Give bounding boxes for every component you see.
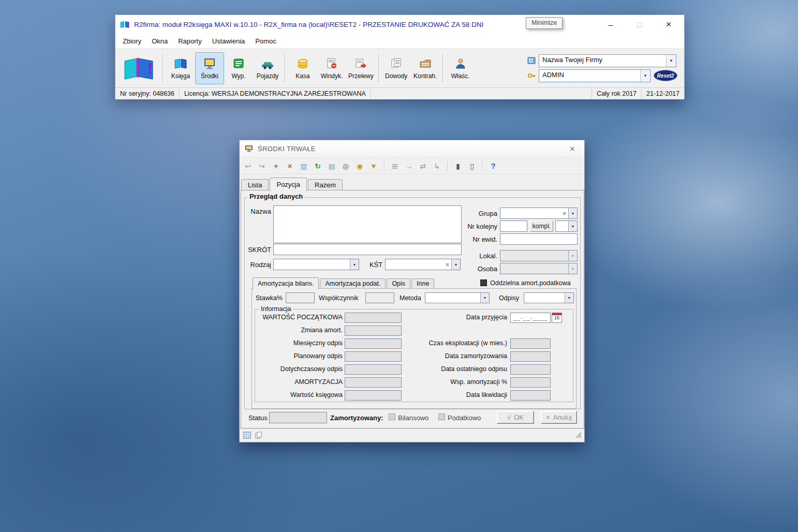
toolbar-button-label: Dowody (385, 72, 407, 80)
informacja-title: Informacja (259, 305, 293, 313)
chevron-down-icon[interactable]: ▼ (568, 221, 577, 231)
oddzielna-amort-checkbox[interactable] (480, 279, 487, 286)
bilansowo-checkbox[interactable] (389, 413, 395, 420)
data-zamortyzowania-label: Data zamortyzowania (410, 352, 507, 360)
refresh-icon[interactable]: ↻ (313, 161, 322, 171)
chevron-down-icon[interactable]: ▼ (640, 70, 650, 82)
wartosc-poczatkowa-value (345, 313, 402, 323)
toolbar-button-kasa[interactable]: Kasa (288, 52, 317, 84)
tab-lista[interactable]: Lista (241, 179, 269, 190)
lokal-label: Lokal. (459, 252, 497, 260)
svg-text:!: ! (127, 21, 129, 27)
ksiega-icon (174, 57, 188, 71)
resize-grip[interactable] (575, 432, 582, 438)
odpisy-select[interactable]: ▼ (524, 292, 574, 303)
chevron-down-icon[interactable]: ▼ (568, 250, 577, 261)
skrot-label: SKRÓT (245, 246, 271, 254)
metoda-select-value (425, 293, 480, 303)
search-icon[interactable]: ◎ (341, 161, 350, 171)
menu-ustawienia[interactable]: Ustawienia (207, 35, 250, 48)
menu-pomoc[interactable]: Pomoc (250, 35, 281, 48)
kompl-button[interactable]: kompl. (530, 220, 553, 232)
kst-select-value (386, 259, 444, 270)
copy-book-icon[interactable]: ▯ (467, 161, 477, 171)
kompl-select[interactable]: ▼ (555, 220, 578, 232)
nazwa-input[interactable] (273, 205, 462, 243)
help-icon[interactable]: ? (489, 161, 498, 171)
maximize-button[interactable] (625, 15, 654, 34)
move-icon[interactable]: ↳ (432, 161, 441, 171)
menu-icon[interactable]: ≡ (560, 208, 568, 218)
zmiana-amort-label: Zmiana amort. (257, 327, 343, 334)
chevron-down-icon[interactable]: ▼ (350, 259, 359, 270)
menu-zbiory[interactable]: Zbiory (117, 35, 146, 48)
wspolczynnik-input[interactable] (365, 292, 394, 303)
search-options-icon[interactable]: ◉ (355, 161, 364, 171)
data-przyjecia-input[interactable]: __-__-____ (510, 313, 551, 323)
copy-record-icon[interactable]: ▥ (299, 161, 308, 171)
metoda-select[interactable]: ▼ (425, 292, 490, 303)
nav-back-icon[interactable]: ↩ (243, 161, 253, 171)
menu-raporty[interactable]: Raporty (173, 35, 207, 48)
nav-forward-icon[interactable]: ↪ (257, 161, 267, 171)
book-icon[interactable]: ▮ (453, 161, 463, 171)
tab-pozycja[interactable]: Pozycja (270, 178, 307, 191)
toolbar-button-dowody[interactable]: Dowody (382, 52, 411, 84)
delete-record-icon[interactable]: × (285, 161, 294, 171)
transfer-icon[interactable]: ⇄ (418, 161, 427, 171)
toolbar-button-srodki[interactable]: Środki (195, 52, 224, 84)
chevron-down-icon[interactable]: ▼ (480, 293, 489, 303)
send-icon[interactable]: → (404, 161, 413, 171)
company-select[interactable]: Nazwa Twojej Firmy ▼ (539, 54, 676, 67)
print-icon[interactable]: ▤ (327, 161, 336, 171)
user-select[interactable]: ADMIN ▼ (539, 69, 651, 82)
toolbar-button-windyk[interactable]: Windyk. (317, 52, 346, 84)
add-record-icon[interactable]: + (271, 161, 280, 171)
grid-view-icon[interactable] (243, 432, 251, 439)
export-icon[interactable]: ⊞ (390, 161, 400, 171)
toolbar-button-label: Windyk. (321, 72, 343, 80)
skrot-input[interactable] (273, 244, 462, 255)
nr-kolejny-input[interactable] (500, 220, 527, 232)
osoba-select[interactable]: ▼ (500, 263, 578, 274)
rodzaj-select[interactable]: ▼ (273, 259, 359, 270)
toolbar-button-wyp[interactable]: Wyp. (224, 52, 253, 84)
toolbar-button-kontrah[interactable]: Kontrah. (411, 52, 440, 84)
tab-opis[interactable]: Opis (387, 278, 410, 289)
toolbar-button-ksiega[interactable]: Księga (166, 52, 195, 84)
tab-inne[interactable]: Inne (411, 278, 434, 289)
kst-select[interactable]: ≡ ▼ (385, 259, 461, 270)
filter-icon[interactable]: ▼ (369, 161, 378, 171)
tab-amortyzacja-podat[interactable]: Amortyzacja podat. (320, 278, 386, 289)
chevron-down-icon[interactable]: ▼ (565, 293, 573, 303)
nr-ewid-input[interactable] (500, 233, 578, 245)
toolbar-button-pojazdy[interactable]: Pojazdy (253, 52, 282, 84)
tab-amortyzacja-bilans[interactable]: Amortyzacja bilans. (253, 277, 319, 289)
stawka-input[interactable] (286, 292, 315, 303)
podatkowo-checkbox[interactable] (438, 413, 445, 420)
desktop-background: ! R2firma: moduł R2księga MAXI w.10.10 -… (0, 0, 798, 532)
copy-pages-icon[interactable] (255, 432, 262, 439)
wspolczynnik-label: Współczynnik (319, 294, 358, 302)
dialog-close-icon[interactable]: × (566, 144, 579, 154)
dialog-titlebar: ŚRODKI TRWAŁE × (240, 140, 584, 157)
anuluj-button[interactable]: × Anuluj (541, 411, 577, 424)
toolbar-button-przelewy[interactable]: Przelewy (346, 52, 376, 84)
oddzielna-amort-label: Oddzielna amort.podatkowa (490, 279, 571, 287)
chevron-down-icon[interactable]: ▼ (568, 263, 577, 274)
toolbar-separator (162, 53, 164, 83)
calendar-button[interactable]: 15 (552, 313, 562, 323)
ok-button[interactable]: √ OK (497, 411, 534, 424)
tab-razem[interactable]: Razem (308, 179, 343, 190)
key-icon (527, 71, 536, 80)
grupa-select[interactable]: ≡ ▼ (500, 208, 578, 219)
close-button[interactable]: × (654, 15, 683, 34)
toolbar-button-wlasc[interactable]: Właśc. (446, 52, 475, 84)
chevron-down-icon[interactable]: ▼ (568, 208, 577, 218)
menu-icon[interactable]: ≡ (444, 259, 451, 270)
minimize-button[interactable]: – (596, 15, 625, 34)
nazwa-label: Nazwa (245, 208, 271, 215)
lokal-select[interactable]: ▼ (500, 250, 578, 261)
chevron-down-icon[interactable]: ▼ (666, 55, 676, 67)
menu-okna[interactable]: Okna (146, 35, 173, 48)
